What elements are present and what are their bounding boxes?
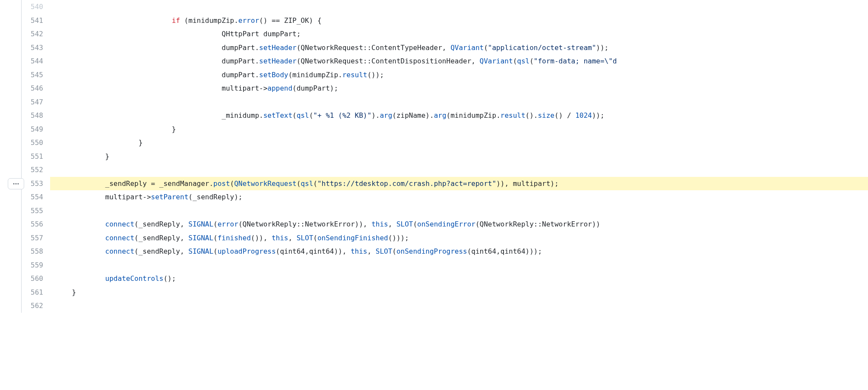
code-line[interactable]: multipart->append(dumpPart); bbox=[50, 82, 868, 95]
code-token: SLOT bbox=[297, 234, 314, 242]
line-number[interactable]: 541 bbox=[0, 14, 43, 28]
code-token bbox=[55, 220, 105, 228]
code-token: ()), bbox=[251, 234, 272, 242]
line-number[interactable]: 561 bbox=[0, 286, 43, 299]
line-number[interactable]: 546 bbox=[0, 82, 43, 95]
code-token: this bbox=[351, 247, 367, 255]
code-line[interactable]: } bbox=[50, 123, 868, 136]
code-token: _minidump. bbox=[55, 111, 263, 120]
code-token: connect bbox=[105, 247, 134, 255]
code-token: result bbox=[501, 111, 526, 120]
code-line[interactable]: } bbox=[50, 136, 868, 150]
code-token: (_sendReply, bbox=[134, 247, 188, 255]
code-line[interactable]: connect(_sendReply, SIGNAL(uploadProgres… bbox=[50, 245, 868, 258]
line-actions-button[interactable] bbox=[8, 178, 24, 189]
line-number[interactable]: 560 bbox=[0, 272, 43, 286]
line-number[interactable]: 556 bbox=[0, 217, 43, 231]
code-token: ( bbox=[309, 111, 314, 120]
code-token: (_sendReply, bbox=[134, 234, 188, 242]
code-line[interactable]: dumpPart.setBody(minidumpZip.result()); bbox=[50, 68, 868, 82]
code-line[interactable] bbox=[50, 204, 868, 218]
svg-point-2 bbox=[17, 183, 19, 184]
code-token: () == ZIP_OK) { bbox=[259, 16, 322, 25]
code-diff-view: 5405415425435445455465475485495505515525… bbox=[0, 0, 868, 313]
code-token: SIGNAL bbox=[188, 234, 213, 242]
code-token: ( bbox=[230, 179, 234, 188]
code-token: 1024 bbox=[575, 111, 592, 120]
code-token: SIGNAL bbox=[188, 247, 213, 255]
code-token: QVariant bbox=[480, 57, 513, 65]
line-number[interactable]: 555 bbox=[0, 204, 43, 218]
code-line[interactable] bbox=[50, 299, 868, 313]
code-token: (minidumpZip. bbox=[180, 16, 238, 25]
line-number[interactable]: 543 bbox=[0, 41, 43, 55]
code-line[interactable]: } bbox=[50, 286, 868, 299]
code-token: dumpPart. bbox=[55, 57, 259, 65]
code-token: (zipName). bbox=[392, 111, 434, 120]
line-number[interactable]: 550 bbox=[0, 136, 43, 150]
line-number[interactable]: 552 bbox=[0, 163, 43, 177]
code-token: this bbox=[371, 220, 388, 228]
line-number[interactable]: 548 bbox=[0, 109, 43, 123]
code-token: setHeader bbox=[259, 57, 297, 65]
code-token: ( bbox=[213, 234, 218, 242]
code-token: )); bbox=[596, 44, 608, 52]
code-token: ( bbox=[413, 220, 417, 228]
code-line[interactable]: connect(_sendReply, SIGNAL(finished()), … bbox=[50, 231, 868, 245]
line-number[interactable]: 558 bbox=[0, 245, 43, 258]
code-token: arg bbox=[434, 111, 447, 120]
code-token: ( bbox=[313, 179, 317, 188]
code-token: dumpPart. bbox=[55, 44, 259, 52]
line-number[interactable]: 557 bbox=[0, 231, 43, 245]
code-line[interactable]: _minidump.setText(qsl("+ %1 (%2 KB)").ar… bbox=[50, 109, 868, 123]
code-token: (qint64,qint64)), bbox=[276, 247, 351, 255]
line-number[interactable]: 551 bbox=[0, 150, 43, 164]
line-number[interactable]: 545 bbox=[0, 68, 43, 82]
code-token: arg bbox=[380, 111, 392, 120]
code-token: )), multipart); bbox=[496, 179, 559, 188]
code-token bbox=[55, 16, 172, 25]
code-line[interactable]: multipart->setParent(_sendReply); bbox=[50, 190, 868, 204]
code-line[interactable]: updateControls(); bbox=[50, 272, 868, 286]
code-token: (). bbox=[526, 111, 538, 120]
code-token: } bbox=[55, 125, 176, 133]
code-line[interactable] bbox=[50, 95, 868, 109]
line-number[interactable]: 540 bbox=[0, 0, 43, 14]
code-token: size bbox=[538, 111, 554, 120]
code-token: ( bbox=[297, 179, 301, 188]
code-token: () / bbox=[554, 111, 575, 120]
code-token: qsl bbox=[301, 179, 313, 188]
line-number[interactable]: 559 bbox=[0, 258, 43, 272]
code-line[interactable] bbox=[50, 258, 868, 272]
code-line[interactable] bbox=[50, 0, 868, 14]
line-number[interactable]: 542 bbox=[0, 27, 43, 41]
code-token: qsl bbox=[517, 57, 529, 65]
code-token: )); bbox=[592, 111, 605, 120]
code-token: (_sendReply); bbox=[188, 193, 242, 201]
code-token: } bbox=[55, 138, 143, 147]
code-line[interactable]: dumpPart.setHeader(QNetworkRequest::Cont… bbox=[50, 41, 868, 55]
code-line[interactable]: if (minidumpZip.error() == ZIP_OK) { bbox=[50, 14, 868, 28]
code-line[interactable] bbox=[50, 163, 868, 177]
code-line[interactable]: connect(_sendReply, SIGNAL(error(QNetwor… bbox=[50, 217, 868, 231]
code-token: (_sendReply, bbox=[134, 220, 188, 228]
code-token: setParent bbox=[151, 193, 189, 201]
code-token: ( bbox=[213, 220, 218, 228]
code-line[interactable]: dumpPart.setHeader(QNetworkRequest::Cont… bbox=[50, 54, 868, 68]
line-number[interactable]: 544 bbox=[0, 54, 43, 68]
code-token: (QNetworkReply::NetworkError)), bbox=[238, 220, 371, 228]
code-area[interactable]: if (minidumpZip.error() == ZIP_OK) { QHt… bbox=[50, 0, 868, 313]
code-token: (); bbox=[163, 274, 176, 283]
code-token: setBody bbox=[259, 71, 288, 79]
code-token: error bbox=[218, 220, 238, 228]
code-line[interactable]: _sendReply = _sendManager.post(QNetworkR… bbox=[50, 177, 868, 191]
code-token: (QNetworkReply::NetworkError)) bbox=[475, 220, 600, 228]
code-line[interactable]: } bbox=[50, 150, 868, 164]
code-line[interactable]: QHttpPart dumpPart; bbox=[50, 27, 868, 41]
line-number[interactable]: 554 bbox=[0, 190, 43, 204]
line-number[interactable]: 547 bbox=[0, 95, 43, 109]
line-number[interactable]: 562 bbox=[0, 299, 43, 313]
svg-point-1 bbox=[15, 183, 16, 184]
line-number[interactable]: 549 bbox=[0, 123, 43, 136]
code-token: error bbox=[238, 16, 259, 25]
